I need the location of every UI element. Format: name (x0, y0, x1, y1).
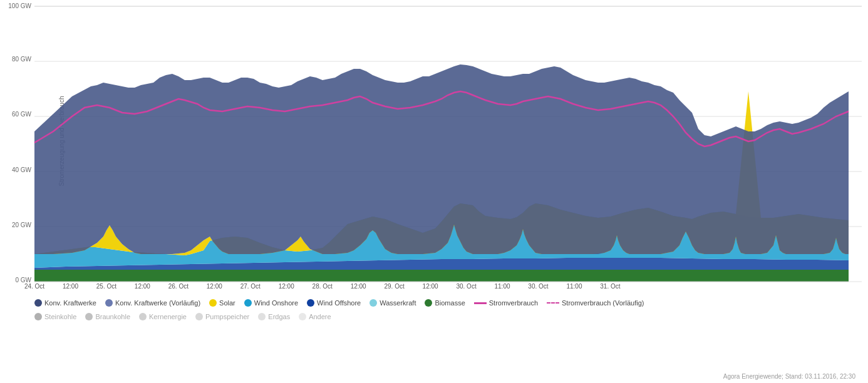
legend-andere: Andere (299, 313, 331, 320)
svg-marker-12 (34, 270, 849, 282)
legend-solar: Solar (209, 299, 235, 307)
legend-row-1: Konv. Kraftwerke Konv. Kraftwerke (Vorlä… (34, 299, 862, 307)
x-label-12-29: 12:00 (423, 283, 438, 290)
legend-steinkohle: Steinkohle (34, 313, 76, 320)
x-label-11-30-2: 11:00 (566, 283, 582, 290)
legend-label-biomasse: Biomasse (435, 299, 465, 307)
legend-stromverbrauch: Stromverbrauch (474, 299, 538, 307)
x-label-27oct: 27. Oct (240, 283, 261, 290)
legend-dot-pumpspeicher (195, 313, 203, 320)
legend-kernenergie: Kernenergie (139, 313, 187, 320)
x-axis: 24. Oct 12:00 25. Oct 12:00 26. Oct 12:0… (34, 283, 862, 295)
x-label-30oct: 30. Oct (456, 283, 476, 290)
legend-label-konv: Konv. Kraftwerke (44, 299, 96, 307)
x-label-12-25: 12:00 (135, 283, 150, 290)
x-label-30oct-2: 30. Oct (528, 283, 548, 290)
legend-dot-erdgas (258, 313, 266, 320)
legend-label-wasserkraft: Wasserkraft (380, 299, 416, 307)
x-label-31oct: 31. Oct (600, 283, 620, 290)
chart-container: Stromerzeugung und -verbrauch 100 GW 80 … (0, 0, 868, 383)
legend-label-wind-offshore: Wind Offshore (317, 299, 361, 307)
legend-dot-andere (299, 313, 306, 320)
x-label-28oct: 28. Oct (313, 283, 333, 290)
x-label-26oct: 26. Oct (168, 283, 189, 290)
x-label-12-27: 12:00 (279, 283, 294, 290)
legend-label-stromverbrauch: Stromverbrauch (489, 299, 538, 307)
watermark: Agora Energiewende; Stand: 03.11.2016, 2… (723, 373, 855, 380)
legend-stromverbrauch-vorl: Stromverbrauch (Vorläufig) (547, 299, 644, 307)
legend-dot-konv-vorl (105, 299, 113, 307)
legend-konv: Konv. Kraftwerke (34, 299, 96, 307)
x-label-24oct: 24. Oct (24, 283, 44, 290)
legend-label-andere: Andere (309, 313, 331, 320)
legend-label-steinkohle: Steinkohle (44, 313, 76, 320)
legend-braunkohle: Braunkohle (85, 313, 130, 320)
legend-label-pumpspeicher: Pumpspeicher (205, 313, 249, 320)
legend-dot-wasserkraft (369, 299, 377, 307)
legend-label-stromverbrauch-vorl: Stromverbrauch (Vorläufig) (562, 299, 644, 307)
legend-line-stromverbrauch (474, 302, 487, 304)
x-label-29oct: 29. Oct (385, 283, 405, 290)
legend-label-braunkohle: Braunkohle (95, 313, 130, 320)
svg-text:40 GW: 40 GW (12, 166, 32, 173)
chart-svg: 100 GW 80 GW 60 GW 40 GW 20 GW 0 GW (34, 6, 862, 282)
svg-text:60 GW: 60 GW (12, 111, 32, 118)
legend-wasserkraft: Wasserkraft (369, 299, 416, 307)
legend-dot-wind-onshore (244, 299, 252, 307)
legend-dot-solar (209, 299, 217, 307)
legend-erdgas: Erdgas (258, 313, 290, 320)
legend-dashed-stromverbrauch (547, 302, 559, 304)
svg-text:80 GW: 80 GW (12, 56, 32, 63)
legend-biomasse: Biomasse (425, 299, 465, 307)
legend-label-solar: Solar (219, 299, 235, 307)
svg-marker-16 (34, 64, 849, 254)
svg-text:20 GW: 20 GW (12, 222, 32, 228)
x-label-11-30: 11:00 (495, 283, 510, 290)
legend-wind-offshore: Wind Offshore (307, 299, 361, 307)
legend-dot-steinkohle (34, 313, 42, 320)
legend-dot-kernenergie (139, 313, 147, 320)
legend-konv-vorl: Konv. Kraftwerke (Vorläufig) (105, 299, 200, 307)
legend-wind-onshore: Wind Onshore (244, 299, 298, 307)
legend-label-konv-vorl: Konv. Kraftwerke (Vorläufig) (115, 299, 200, 307)
x-label-12-28: 12:00 (351, 283, 366, 290)
legend-dot-wind-offshore (307, 299, 314, 307)
legend-dot-konv (34, 299, 42, 307)
legend-label-wind-onshore: Wind Onshore (254, 299, 298, 307)
svg-text:100 GW: 100 GW (8, 3, 31, 9)
legend-label-erdgas: Erdgas (268, 313, 290, 320)
legend-row-2: Steinkohle Braunkohle Kernenergie Pumpsp… (34, 313, 862, 320)
x-label-25oct: 25. Oct (96, 283, 116, 290)
x-label-12-24: 12:00 (63, 283, 78, 290)
legend-pumpspeicher: Pumpspeicher (195, 313, 249, 320)
x-label-12-26: 12:00 (207, 283, 222, 290)
legend-dot-biomasse (425, 299, 432, 307)
legend-dot-braunkohle (85, 313, 93, 320)
legend-label-kernenergie: Kernenergie (149, 313, 187, 320)
chart-svg-area: 100 GW 80 GW 60 GW 40 GW 20 GW 0 GW (34, 6, 862, 282)
